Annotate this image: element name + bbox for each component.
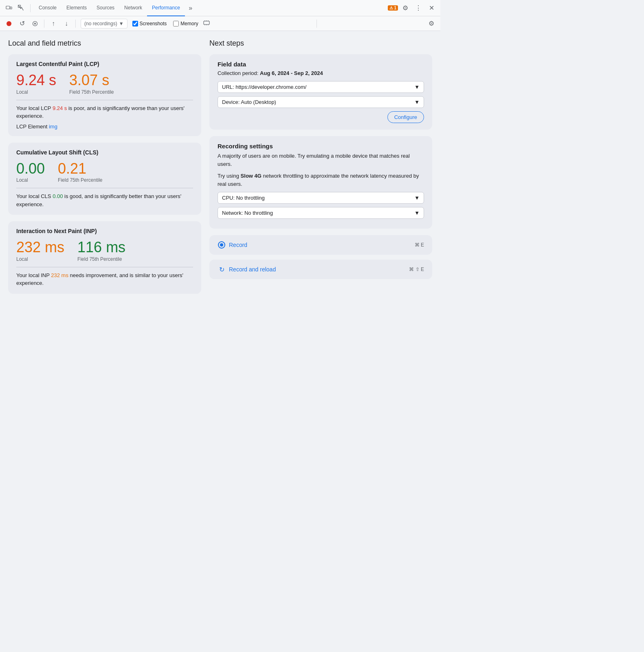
memory-checkbox[interactable] <box>173 21 179 26</box>
lcp-title: Largest Contentful Paint (LCP) <box>16 61 193 67</box>
record-circle-icon <box>218 241 225 249</box>
inp-title: Interaction to Next Paint (INP) <box>16 228 193 234</box>
issue-badge[interactable]: ⚠ 1 <box>388 5 398 11</box>
lcp-field-value: 3.07 s <box>69 72 114 88</box>
cls-local-value: 0.00 <box>16 161 45 177</box>
network-dropdown[interactable]: Network: No throttling ▼ <box>218 207 424 219</box>
screenshots-checkbox-group: Screenshots <box>132 21 167 26</box>
lcp-local-label: Local <box>16 89 56 95</box>
record-action-icon <box>218 241 226 249</box>
divider1 <box>30 4 31 12</box>
svg-rect-6 <box>204 21 209 24</box>
cls-desc: Your local CLS 0.00 is good, and is sign… <box>16 192 193 208</box>
device-toolbar-icon[interactable] <box>3 2 15 14</box>
more-options-icon[interactable]: ⋮ <box>413 2 424 14</box>
lcp-field-group: 3.07 s Field 75th Percentile <box>69 72 114 95</box>
cls-field-label: Field 75th Percentile <box>58 177 102 183</box>
left-section-title: Local and field metrics <box>8 39 201 48</box>
tab-list: Console Elements Sources Network Perform… <box>34 0 196 16</box>
divider2 <box>44 20 44 28</box>
right-panel: Next steps Field data Collection period:… <box>208 39 432 644</box>
recording-desc-2: Try using Slow 4G network throttling to … <box>218 172 424 188</box>
recording-settings-title: Recording settings <box>218 143 424 150</box>
inp-field-label: Field 75th Percentile <box>77 256 125 262</box>
svg-rect-1 <box>10 7 12 9</box>
left-panel: Local and field metrics Largest Contentf… <box>8 39 208 644</box>
reload-record-button[interactable]: ↺ <box>16 18 28 29</box>
close-icon[interactable]: ✕ <box>426 2 437 14</box>
devtools-icons <box>3 2 27 14</box>
right-section-title: Next steps <box>209 39 432 48</box>
inp-local-label: Local <box>16 256 64 262</box>
inp-local-group: 232 ms Local <box>16 239 64 262</box>
record-reload-shortcut: ⌘ ⇧ E <box>409 267 424 272</box>
divider3 <box>75 20 76 28</box>
inp-field-value: 116 ms <box>77 239 125 256</box>
lcp-card: Largest Contentful Paint (LCP) 9.24 s Lo… <box>8 54 201 136</box>
memory-label[interactable]: Memory <box>180 21 198 26</box>
device-dropdown[interactable]: Device: Auto (Desktop) ▼ <box>218 96 424 108</box>
screenshots-label[interactable]: Screenshots <box>140 21 167 26</box>
record-reload-label: Record and reload <box>229 266 276 273</box>
main-content: Local and field metrics Largest Contentf… <box>0 31 440 652</box>
recording-toolbar: ↺ ↑ ↓ (no recordings) ▼ Screenshots Memo… <box>0 16 440 31</box>
inp-field-group: 116 ms Field 75th Percentile <box>77 239 125 262</box>
tab-network[interactable]: Network <box>119 0 147 16</box>
url-dropdown[interactable]: URL: https://developer.chrome.com/ ▼ <box>218 81 424 93</box>
record-action-label: Record <box>229 242 247 248</box>
cls-values: 0.00 Local 0.21 Field 75th Percentile <box>16 161 193 183</box>
tab-elements[interactable]: Elements <box>62 0 92 16</box>
record-shortcut: ⌘ E <box>415 242 424 248</box>
lcp-element-link[interactable]: img <box>49 123 57 130</box>
field-data-card: Field data Collection period: Aug 6, 202… <box>209 54 432 130</box>
inp-values: 232 ms Local 116 ms Field 75th Percentil… <box>16 239 193 262</box>
collection-period: Collection period: Aug 6, 2024 - Sep 2, … <box>218 70 424 76</box>
settings-icon[interactable]: ⚙ <box>400 2 411 14</box>
record-action-left: Record <box>218 241 247 249</box>
capture-settings-icon[interactable]: ⚙ <box>426 18 437 29</box>
lcp-local-value: 9.24 s <box>16 72 56 88</box>
tab-performance[interactable]: Performance <box>147 0 185 16</box>
screenshots-checkbox[interactable] <box>132 21 138 26</box>
toolbar-right: ⚠ 1 ⚙ ⋮ ✕ <box>388 2 437 14</box>
cls-local-label: Local <box>16 177 45 183</box>
more-tabs-icon[interactable]: » <box>185 2 196 14</box>
tab-sources[interactable]: Sources <box>92 0 119 16</box>
memory-checkbox-group: Memory <box>173 21 198 26</box>
lcp-values: 9.24 s Local 3.07 s Field 75th Percentil… <box>16 72 193 95</box>
tab-console[interactable]: Console <box>34 0 62 16</box>
reload-icon: ↻ <box>218 265 226 273</box>
record-button[interactable] <box>3 18 15 29</box>
inspect-icon[interactable] <box>15 2 27 14</box>
cls-local-group: 0.00 Local <box>16 161 45 183</box>
inp-local-value: 232 ms <box>16 239 64 256</box>
inp-divider <box>16 267 193 267</box>
field-data-title: Field data <box>218 61 424 68</box>
lcp-element: LCP Element img <box>16 123 193 130</box>
stop-button[interactable] <box>29 18 41 29</box>
cpu-dropdown[interactable]: CPU: No throttling ▼ <box>218 192 424 204</box>
lcp-desc: Your local LCP 9.24 s is poor, and is si… <box>16 104 193 120</box>
record-dot <box>220 243 223 247</box>
recording-desc-1: A majority of users are on mobile. Try e… <box>218 152 424 168</box>
inp-desc: Your local INP 232 ms needs improvement,… <box>16 271 193 287</box>
recordings-dropdown[interactable]: (no recordings) ▼ <box>81 19 127 29</box>
inp-card: Interaction to Next Paint (INP) 232 ms L… <box>8 221 201 294</box>
lcp-local-group: 9.24 s Local <box>16 72 56 95</box>
cls-field-value: 0.21 <box>58 161 102 177</box>
cls-card: Cumulative Layout Shift (CLS) 0.00 Local… <box>8 143 201 215</box>
upload-icon[interactable]: ↑ <box>48 18 59 29</box>
cls-divider <box>16 188 193 188</box>
lcp-divider <box>16 100 193 100</box>
download-icon[interactable]: ↓ <box>61 18 72 29</box>
record-reload-action-left: ↻ Record and reload <box>218 265 276 273</box>
divider4 <box>317 20 317 28</box>
configure-button[interactable]: Configure <box>387 111 424 123</box>
record-reload-action-card[interactable]: ↻ Record and reload ⌘ ⇧ E <box>209 260 432 279</box>
hardware-icon <box>203 20 210 27</box>
tab-toolbar: Console Elements Sources Network Perform… <box>0 0 440 16</box>
configure-area: Configure <box>218 111 424 123</box>
svg-rect-0 <box>6 6 10 9</box>
record-action-card[interactable]: Record ⌘ E <box>209 235 432 255</box>
lcp-field-label: Field 75th Percentile <box>69 89 114 95</box>
